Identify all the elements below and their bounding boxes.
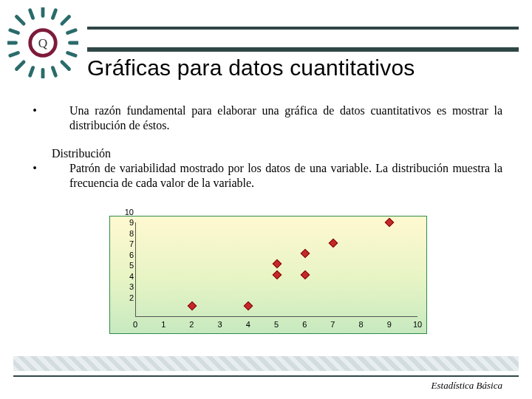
x-tick-label: 1 <box>161 320 166 329</box>
x-tick-label: 7 <box>330 320 335 329</box>
y-axis: 2345678910 <box>115 221 135 317</box>
bullet-1-text: Una razón fundamental para elaborar una … <box>69 103 502 133</box>
data-point <box>272 259 282 269</box>
y-tick-label: 10 <box>125 208 134 216</box>
bullet-2: • Patrón de variabilidad mostrado por lo… <box>30 161 502 191</box>
bullet-dot-icon: • <box>30 161 40 191</box>
x-axis: 012345678910 <box>135 318 417 330</box>
institution-logo: Q <box>7 7 78 78</box>
x-tick-label: 5 <box>274 320 279 329</box>
x-tick-label: 4 <box>246 320 250 329</box>
plot-area <box>135 222 417 317</box>
data-point <box>300 249 310 259</box>
x-tick-label: 8 <box>359 320 364 329</box>
y-tick-label: 4 <box>129 272 134 281</box>
svg-line-14 <box>68 52 76 55</box>
page-title: Gráficas para datos cuantitativos <box>87 55 415 81</box>
scatter-chart: 2345678910 012345678910 <box>109 216 427 334</box>
y-tick-label: 8 <box>129 229 134 238</box>
slide: { "header": { "title": "Gráficas para da… <box>0 0 532 399</box>
y-tick-label: 3 <box>129 282 134 291</box>
svg-line-10 <box>52 10 55 18</box>
x-tick-label: 10 <box>413 320 422 329</box>
x-tick-label: 0 <box>133 320 137 329</box>
y-tick-label: 6 <box>129 250 134 259</box>
data-point <box>244 301 253 311</box>
x-tick-label: 3 <box>218 320 222 329</box>
header-rule-thick <box>87 47 519 52</box>
y-tick-label: 9 <box>129 218 134 227</box>
y-tick-label: 7 <box>129 239 134 248</box>
svg-line-5 <box>16 16 24 24</box>
bullet-1: • Una razón fundamental para elaborar un… <box>30 103 502 133</box>
distribution-heading: Distribución <box>52 146 502 161</box>
y-tick-label: 5 <box>129 261 134 270</box>
svg-line-8 <box>62 62 69 69</box>
bullet-dot-icon: • <box>30 103 40 133</box>
svg-line-11 <box>10 30 18 33</box>
svg-line-16 <box>52 68 55 76</box>
bullet-2-text: Patrón de variabilidad mostrado por los … <box>69 161 502 191</box>
plot-area-wrapper: 2345678910 012345678910 <box>115 221 420 330</box>
svg-line-6 <box>62 16 69 24</box>
svg-text:Q: Q <box>38 36 48 50</box>
svg-line-13 <box>68 30 76 33</box>
svg-line-7 <box>16 62 24 69</box>
y-tick-label: 2 <box>129 293 134 302</box>
footer-rule <box>13 375 519 377</box>
data-point <box>188 301 197 311</box>
data-point <box>300 270 310 279</box>
svg-line-15 <box>30 68 33 76</box>
data-point <box>272 270 282 279</box>
body-text: • Una razón fundamental para elaborar un… <box>30 103 502 191</box>
data-point <box>385 218 395 228</box>
header-rule-thin <box>87 27 519 30</box>
footer-text: Estadística Básica <box>432 380 502 392</box>
x-tick-label: 9 <box>387 320 392 329</box>
svg-line-9 <box>30 10 33 18</box>
footer-decor <box>13 356 519 371</box>
data-point <box>328 239 338 248</box>
x-tick-label: 2 <box>189 320 194 329</box>
x-tick-label: 6 <box>302 320 307 329</box>
svg-line-12 <box>10 52 18 55</box>
